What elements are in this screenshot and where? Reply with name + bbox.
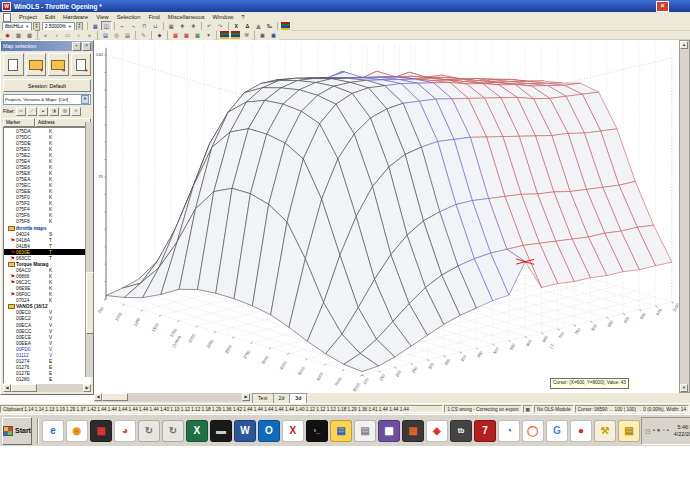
dark-app-icon[interactable]: ▦ <box>402 420 424 442</box>
gimp-icon[interactable]: ▩ <box>378 420 400 442</box>
google-icon[interactable]: G <box>546 420 568 442</box>
export-button[interactable]: ➜ <box>71 53 92 76</box>
last-map-button[interactable]: » <box>84 30 95 40</box>
outlook-icon[interactable]: O <box>258 420 280 442</box>
record-button[interactable]: ◉ <box>2 30 13 40</box>
window-tile-button[interactable]: ▣ <box>257 30 268 40</box>
filter-button-1[interactable]: ∕ <box>27 107 37 116</box>
scroll-right-arrow-icon[interactable]: ▶ <box>83 384 91 392</box>
winols-app-icon[interactable]: ▦ <box>90 420 112 442</box>
filter-button-2[interactable]: ▲ <box>38 107 48 116</box>
map-original-button[interactable]: ▦ <box>170 30 181 40</box>
red-x-app-icon[interactable]: X <box>282 420 304 442</box>
version-folder-button[interactable]: ▩ <box>24 30 35 40</box>
notepad-icon[interactable]: ▤ <box>354 420 376 442</box>
photos-icon[interactable]: ◈ <box>426 420 448 442</box>
map-row[interactable]: 01280E <box>4 377 90 383</box>
chart-vertical-scrollbar[interactable]: ▲ ▼ <box>679 40 690 393</box>
open-folder-icon[interactable]: ▤ <box>618 420 640 442</box>
scrollbar-thumb[interactable] <box>86 272 94 334</box>
menu-item-miscellaneous[interactable]: Miscellaneous <box>164 14 209 20</box>
chrome-icon[interactable]: ◕ <box>114 420 136 442</box>
map-ok-button[interactable]: ▦ <box>192 30 203 40</box>
menu-item-?[interactable]: ? <box>237 14 248 20</box>
import-arrows-button[interactable]: ↥ <box>219 30 230 40</box>
stop-button[interactable]: ▭ <box>62 30 73 40</box>
filter-button-0[interactable]: ▭ <box>16 107 26 116</box>
window-titlebar[interactable]: W WinOLS - Throttle Opening * × <box>0 0 690 12</box>
wrench-icon[interactable]: ⚒ <box>594 420 616 442</box>
menu-item-find[interactable]: Find <box>145 14 164 20</box>
new-map-button[interactable] <box>3 53 24 76</box>
list-view-button[interactable]: ▤ <box>122 30 133 40</box>
tray-icon-1[interactable]: ▪ <box>653 427 655 434</box>
sync-icon[interactable]: ↻ <box>138 420 160 442</box>
tb-app-icon[interactable]: tb <box>450 420 472 442</box>
edit-button[interactable]: ✎ <box>138 30 149 40</box>
prev-map-button[interactable]: ‹ <box>51 30 62 40</box>
filter-button-5[interactable]: ✕ <box>71 107 81 116</box>
menu-item-selection[interactable]: Selection <box>113 14 145 20</box>
explorer-icon[interactable]: ▤ <box>330 420 352 442</box>
scroll-left-arrow-icon[interactable]: ◀ <box>94 393 102 401</box>
menu-item-hardware[interactable]: Hardware <box>59 14 92 20</box>
list-vertical-scrollbar[interactable] <box>85 122 93 377</box>
media-player-icon[interactable]: ◉ <box>66 420 88 442</box>
sync2-icon[interactable]: ↻ <box>162 420 184 442</box>
close-button[interactable]: × <box>656 1 669 12</box>
scroll-right-arrow-icon[interactable]: ▶ <box>242 393 250 401</box>
export-arrows-button[interactable]: ↥ <box>230 30 241 40</box>
panel-titlebar[interactable]: Map selection ▪× <box>1 41 93 51</box>
chart-horizontal-scrollbar[interactable]: ◀ ▶ <box>94 393 250 402</box>
column-header-address[interactable]: Address <box>35 118 91 127</box>
tray-icon-4[interactable]: ▪ <box>667 427 669 434</box>
zoom-button[interactable]: ◎ <box>111 30 122 40</box>
word-icon[interactable]: W <box>234 420 256 442</box>
tomato-app-icon[interactable]: ● <box>570 420 592 442</box>
scope-dropdown[interactable]: Projects, Versions & Maps: [Ctrl] ▼ <box>3 94 91 105</box>
excel-icon[interactable]: X <box>186 420 208 442</box>
wallet-icon[interactable]: ▬ <box>210 420 232 442</box>
tray-icon-3[interactable]: ▫ <box>662 427 664 434</box>
seven-zip-icon[interactable]: 7 <box>474 420 496 442</box>
first-map-button[interactable]: « <box>40 30 51 40</box>
3d-map-view[interactable] <box>94 40 679 393</box>
scroll-left-arrow-icon[interactable]: ◀ <box>3 384 11 392</box>
list-horizontal-scrollbar[interactable]: ◀ ▶ <box>3 384 91 392</box>
panel-close-icon[interactable]: × <box>82 42 91 51</box>
table-view-button[interactable]: ▤ <box>100 30 111 40</box>
scroll-up-arrow-icon[interactable]: ▲ <box>680 41 688 49</box>
thunderbird-icon[interactable]: ◔ <box>498 420 520 442</box>
project-folder-button[interactable]: ▩ <box>13 30 24 40</box>
session-button[interactable]: Session: Default <box>3 79 91 92</box>
compare-button[interactable]: ◆ <box>154 30 165 40</box>
column-header-marker[interactable]: Marker <box>3 118 35 127</box>
tray-icon-0[interactable]: ◳ <box>645 427 651 434</box>
menu-item-edit[interactable]: Edit <box>41 14 59 20</box>
menu-item-project[interactable]: Project <box>15 14 41 20</box>
color-scale-button[interactable]: ≋ <box>280 21 291 31</box>
scrollbar-thumb[interactable] <box>11 384 37 392</box>
tools-button[interactable]: ⚒ <box>241 30 252 40</box>
ie-icon[interactable]: e <box>42 420 64 442</box>
terminal-icon[interactable]: ›_ <box>306 420 328 442</box>
filter-button-3[interactable]: ◨ <box>49 107 59 116</box>
map-dropdown-button[interactable]: ▾ <box>203 30 214 40</box>
scrollbar-thumb[interactable] <box>102 393 128 401</box>
map-modified-button[interactable]: ▦ <box>181 30 192 40</box>
map-type: K <box>49 153 59 158</box>
window-cascade-button[interactable]: ▣ <box>268 30 279 40</box>
tray-icon-2[interactable]: ● <box>657 427 661 434</box>
menu-item-window[interactable]: Window <box>209 14 238 20</box>
map-address: 01112 <box>16 353 49 358</box>
opera-icon[interactable]: ◯ <box>522 420 544 442</box>
next-map-button[interactable]: › <box>73 30 84 40</box>
panel-pin-icon[interactable]: ▪ <box>72 42 81 51</box>
filter-button-4[interactable]: ▨ <box>60 107 70 116</box>
map-list[interactable]: 075DAK075DCK075DEK075E0K075E2K075E4K075E… <box>3 127 91 384</box>
scroll-down-arrow-icon[interactable]: ▼ <box>680 384 688 392</box>
menu-item-view[interactable]: View <box>92 14 112 20</box>
import-button[interactable]: ➜ <box>48 53 69 76</box>
open-project-button[interactable]: ▾ <box>26 53 47 76</box>
start-button[interactable]: Start <box>2 417 32 445</box>
